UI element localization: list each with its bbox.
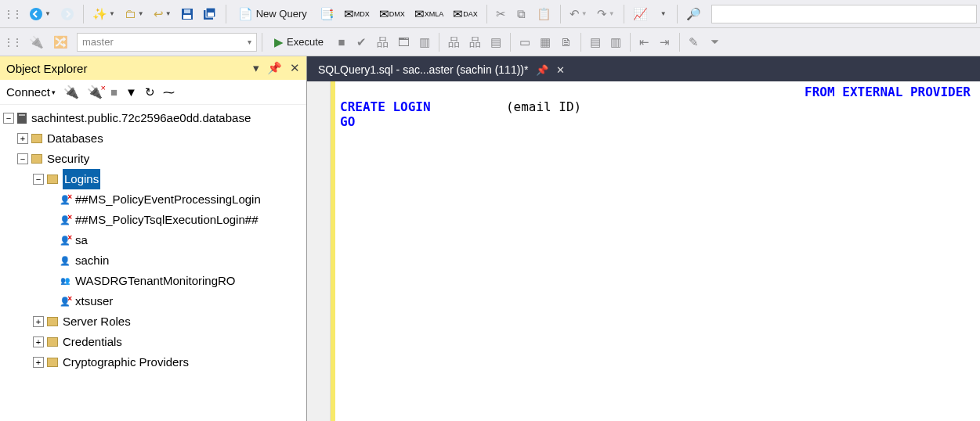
nav-back-button[interactable]: ▼ — [25, 4, 55, 24]
intellisense-button[interactable]: ▥ — [415, 32, 434, 52]
results-text-button[interactable]: ▭ — [515, 32, 534, 52]
indent-button[interactable]: ⇥ — [656, 32, 674, 52]
dax-query-button[interactable]: ✉DAX — [449, 4, 482, 24]
uncomment-button[interactable]: ▥ — [606, 32, 625, 52]
copy-button[interactable]: ⧉ — [512, 4, 531, 24]
tree-server-roles-node[interactable]: + Server Roles — [3, 311, 306, 332]
toolbar-grip[interactable]: ⋮⋮ — [3, 8, 20, 20]
tab-pin-icon[interactable]: 📌 — [536, 64, 548, 76]
code-area[interactable]: CREATE LOGIN (email ID) GO FROM EXTERNAL… — [335, 81, 980, 421]
panel-pin-icon[interactable]: 📌 — [267, 61, 282, 75]
code-keyword: GO — [340, 114, 355, 129]
change-connection-icon[interactable]: 🔀 — [49, 32, 72, 52]
execute-button[interactable]: ▶ Execute — [267, 32, 331, 52]
tree-login-item[interactable]: ##MS_PolicyEventProcessingLogin — [3, 189, 306, 210]
nav-forward-button[interactable] — [56, 4, 78, 24]
tree-server-node[interactable]: − sachintest.public.72c2596ae0dd.databas… — [3, 108, 306, 128]
tree-login-item[interactable]: ##MS_PolicyTsqlExecutionLogin## — [3, 210, 306, 230]
xmla-query-button[interactable]: ✉XMLA — [410, 4, 448, 24]
object-explorer-connect-bar: Connect▾ 🔌 🔌× ■ ▼ ↻ ⁓ — [0, 80, 306, 105]
collapse-icon[interactable]: − — [33, 174, 44, 185]
connect-icon[interactable]: 🔌 — [63, 85, 79, 99]
database-combo-value: master — [82, 36, 114, 48]
cut-button[interactable]: ✂ — [492, 4, 511, 24]
query-de-button[interactable]: 📑 — [316, 4, 338, 24]
expand-icon[interactable]: + — [33, 336, 44, 347]
tree-crypto-node[interactable]: + Cryptographic Providers — [3, 352, 306, 372]
folder-icon — [47, 175, 58, 184]
client-stats-button[interactable]: ▤ — [486, 32, 505, 52]
open-menu-button[interactable]: 🗀▼ — [121, 4, 148, 24]
activity-icon[interactable]: ⁓ — [163, 85, 175, 99]
databases-label: Databases — [47, 128, 103, 149]
new-query-button[interactable]: 📄New Query — [231, 4, 314, 24]
toolbar-grip-2[interactable]: ⋮⋮ — [3, 36, 20, 49]
panel-close-icon[interactable]: ✕ — [290, 61, 300, 75]
query-options-button[interactable]: 🗔 — [394, 32, 414, 52]
editor-tab[interactable]: SQLQuery1.sql - sac...aster (sachin (111… — [310, 58, 573, 81]
mdx-query-button[interactable]: ✉MDX — [340, 4, 374, 24]
dmx-query-button[interactable]: ✉DMX — [375, 4, 409, 24]
refresh-icon[interactable]: ↻ — [145, 85, 155, 99]
tree-login-item[interactable]: xtsuser — [3, 291, 306, 311]
tree-credentials-node[interactable]: + Credentials — [3, 332, 306, 352]
quick-launch-input[interactable] — [711, 5, 977, 23]
new-project-button[interactable]: ✨▼ — [89, 4, 119, 24]
disconnect-icon[interactable]: 🔌× — [87, 85, 103, 99]
svg-rect-3 — [183, 15, 191, 19]
tree-logins-node[interactable]: − Logins — [3, 169, 306, 189]
tree-security-node[interactable]: − Security — [3, 149, 306, 169]
login-disabled-icon — [60, 235, 71, 246]
object-explorer-tree[interactable]: − sachintest.public.72c2596ae0dd.databas… — [0, 105, 306, 421]
results-file-button[interactable]: 🗎 — [556, 32, 576, 52]
execute-label: Execute — [287, 36, 324, 48]
filter-icon[interactable]: ▼ — [125, 85, 137, 99]
comment-button[interactable]: ▤ — [586, 32, 605, 52]
connect-icon[interactable]: 🔌 — [25, 32, 48, 52]
actual-plan-button[interactable]: 品 — [444, 32, 464, 52]
results-grid-button[interactable]: ▦ — [536, 32, 555, 52]
connect-dropdown[interactable]: Connect▾ — [6, 85, 56, 99]
expand-icon[interactable]: + — [33, 316, 44, 327]
panel-dropdown-icon[interactable]: ▾ — [253, 61, 259, 75]
collapse-icon[interactable]: − — [3, 113, 14, 124]
expand-icon[interactable]: + — [17, 133, 28, 144]
stop-icon[interactable]: ■ — [110, 85, 118, 99]
server-icon — [17, 113, 27, 124]
redo-button[interactable]: ↷▼ — [593, 4, 619, 24]
estimated-plan-button[interactable]: 品 — [373, 32, 392, 52]
activity-dropdown[interactable]: ▼ — [653, 4, 672, 24]
login-item-label: ##MS_PolicyEventProcessingLogin — [75, 189, 261, 210]
tree-login-item[interactable]: sachin — [3, 250, 306, 271]
tab-close-icon[interactable]: ✕ — [556, 64, 565, 76]
editor-panel: SQLQuery1.sql - sac...aster (sachin (111… — [307, 56, 980, 421]
tree-databases-node[interactable]: + Databases — [3, 128, 306, 149]
stop-button[interactable]: ■ — [332, 32, 351, 52]
login-item-label: WASDRGTenantMonitoringRO — [75, 271, 236, 291]
specify-values-button[interactable]: ✎ — [685, 32, 703, 52]
editor-tab-title: SQLQuery1.sql - sac...aster (sachin (111… — [318, 63, 528, 76]
activity-monitor-button[interactable]: 📈 — [629, 4, 652, 24]
login-disabled-icon — [60, 296, 71, 307]
connect-label: Connect — [6, 85, 50, 99]
add-item-button[interactable]: ↩▼ — [150, 4, 175, 24]
code-keyword: CREATE LOGIN — [340, 99, 431, 114]
tree-login-item[interactable]: WASDRGTenantMonitoringRO — [3, 271, 306, 291]
collapse-icon[interactable]: − — [17, 153, 28, 164]
login-item-label: sa — [75, 230, 88, 250]
save-all-button[interactable] — [199, 4, 221, 24]
save-button[interactable] — [177, 4, 197, 24]
find-button[interactable]: 🔎 — [682, 4, 705, 24]
live-stats-button[interactable]: 品 — [465, 32, 485, 52]
expand-icon[interactable]: + — [33, 357, 44, 368]
undo-button[interactable]: ↶▼ — [566, 4, 591, 24]
toolbar-overflow-icon[interactable]: ⏷ — [710, 36, 720, 48]
svg-point-0 — [30, 8, 42, 20]
tree-login-item[interactable]: sa — [3, 230, 306, 250]
parse-button[interactable]: ✔ — [353, 32, 371, 52]
database-combo[interactable]: master ▾ — [77, 33, 257, 52]
outdent-button[interactable]: ⇤ — [635, 32, 654, 52]
object-explorer-panel: Object Explorer ▾ 📌 ✕ Connect▾ 🔌 🔌× ■ ▼ … — [0, 56, 307, 421]
login-disabled-icon — [60, 214, 71, 225]
paste-button[interactable]: 📋 — [533, 4, 555, 24]
